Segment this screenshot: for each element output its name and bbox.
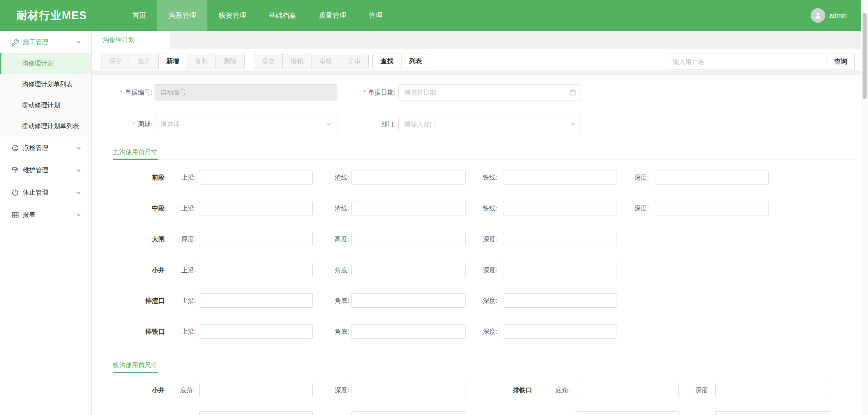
dimension-input[interactable] xyxy=(199,170,313,185)
dimension-input[interactable] xyxy=(503,232,617,246)
field-label: 深度: xyxy=(617,201,649,215)
toolbar-button[interactable]: 放弃 xyxy=(130,54,159,69)
row-name: 前段 xyxy=(119,170,165,185)
field-label: 角底: xyxy=(317,293,349,308)
tab-trench-repair-plan[interactable]: 沟修理计划 xyxy=(92,31,170,49)
nav-item[interactable]: 管理 xyxy=(357,0,394,31)
toolbar-button-group: 查找列表 xyxy=(372,54,430,69)
dimension-input[interactable] xyxy=(199,383,313,397)
dimension-input-clipped[interactable] xyxy=(351,411,466,415)
field-label: 深度: xyxy=(466,324,497,339)
chevron-down-icon[interactable] xyxy=(570,121,576,127)
sidebar-group[interactable]: 休止管理 xyxy=(0,181,91,204)
toolbar-button[interactable]: 查找 xyxy=(372,54,401,69)
scrollbar[interactable] xyxy=(861,0,868,415)
table-icon xyxy=(11,211,19,219)
dimension-input[interactable] xyxy=(351,293,466,308)
search-input[interactable] xyxy=(666,54,827,70)
field-label: 深度: xyxy=(678,383,710,397)
toolbar-button[interactable]: 弃审 xyxy=(340,54,369,69)
dimension-input[interactable] xyxy=(503,263,617,277)
field-label: 铁线: xyxy=(466,170,497,185)
row-name: 中段 xyxy=(119,201,165,215)
user-menu[interactable]: admin xyxy=(811,0,847,31)
calendar-icon[interactable] xyxy=(569,89,576,96)
dimension-input[interactable] xyxy=(199,201,313,215)
toolbar-button[interactable]: 审核 xyxy=(311,54,340,69)
sidebar-subitem[interactable]: 摆动修理计划 xyxy=(0,95,91,116)
search-group: 查询 xyxy=(666,54,855,70)
dimension-input[interactable] xyxy=(199,263,313,277)
sidebar-subitem[interactable]: 沟修理计划单列表 xyxy=(0,74,91,95)
date-input-field[interactable] xyxy=(399,85,569,100)
sidebar-group[interactable]: 施工管理 xyxy=(0,31,91,53)
nav-item[interactable]: 基础档案 xyxy=(257,0,307,31)
dimension-input[interactable] xyxy=(351,324,466,339)
select-input-field[interactable] xyxy=(399,116,570,132)
chevron-down-icon xyxy=(76,168,81,173)
section-underline xyxy=(113,372,158,373)
toolbar-button[interactable]: 新增 xyxy=(158,54,187,69)
row-name: 排渣口 xyxy=(119,293,165,308)
section-divider xyxy=(113,373,857,373)
dimension-input-clipped[interactable] xyxy=(715,411,831,415)
toolbar-button[interactable]: 保存 xyxy=(101,54,130,69)
dimension-input-clipped[interactable] xyxy=(576,411,679,415)
required-asterisk: * xyxy=(120,89,122,96)
nav-item[interactable]: 质量管理 xyxy=(307,0,357,31)
dimension-input[interactable] xyxy=(503,293,617,308)
field-label: 高度: xyxy=(317,232,349,246)
toolbar-button[interactable]: 复制 xyxy=(187,54,216,69)
toolbar-button[interactable]: 撤销 xyxy=(282,54,311,69)
dimension-input[interactable] xyxy=(503,324,617,339)
sidebar-group-label: 点检管理 xyxy=(23,144,48,152)
dimension-input[interactable] xyxy=(199,293,313,308)
dimension-input[interactable] xyxy=(351,201,466,215)
dimension-input[interactable] xyxy=(655,201,769,215)
main-nav: 首页沟系管理物资管理基础档案质量管理管理 xyxy=(121,0,394,31)
dimension-input[interactable] xyxy=(655,170,769,185)
row-name: 大闸 xyxy=(119,232,165,246)
section-title-main-trench: 主沟使用前尺寸 xyxy=(113,148,157,156)
nav-item[interactable]: 首页 xyxy=(121,0,157,31)
sidebar: 施工管理沟修理计划沟修理计划单列表摆动修理计划摆动修理计划单列表点检管理维护管理… xyxy=(0,31,92,415)
sidebar-subitem[interactable]: 沟修理计划 xyxy=(0,53,91,74)
dimension-input[interactable] xyxy=(503,201,617,215)
sidebar-group[interactable]: 报表 xyxy=(0,204,91,226)
field-label: 底角: xyxy=(163,383,195,397)
sidebar-group-label: 报表 xyxy=(23,211,35,219)
dimension-input[interactable] xyxy=(199,324,313,339)
field-label: 深度: xyxy=(466,232,497,246)
dimension-input[interactable] xyxy=(351,263,466,277)
field-label: 上沿: xyxy=(164,170,196,185)
field-label: 铁线: xyxy=(466,201,497,215)
toolbar-button[interactable]: 提交 xyxy=(254,54,283,69)
dimension-input[interactable] xyxy=(715,383,831,397)
dimension-input[interactable] xyxy=(351,170,466,185)
scrollbar-thumb[interactable] xyxy=(863,13,867,99)
search-query-button[interactable]: 查询 xyxy=(827,54,855,70)
sidebar-group[interactable]: 点检管理 xyxy=(0,137,91,159)
chevron-down-icon xyxy=(76,212,81,218)
section-title-iron-trench: 铁沟使用前尺寸 xyxy=(113,361,157,370)
sidebar-subitem[interactable]: 摆动修理计划单列表 xyxy=(0,116,91,137)
row-name: 排铁口 xyxy=(119,324,165,339)
toolbar-button[interactable]: 删除 xyxy=(216,54,245,69)
dimension-input[interactable] xyxy=(199,232,313,246)
select-input-field[interactable] xyxy=(155,116,326,132)
field-label: 上沿: xyxy=(164,263,196,277)
dimension-input[interactable] xyxy=(351,232,466,246)
field-label: 深度: xyxy=(466,293,497,308)
dimension-input-clipped[interactable] xyxy=(199,411,313,415)
dimension-input[interactable] xyxy=(351,383,466,397)
nav-item[interactable]: 沟系管理 xyxy=(157,0,207,31)
select-input xyxy=(398,116,581,132)
toolbar-button[interactable]: 列表 xyxy=(401,54,430,69)
dimension-input[interactable] xyxy=(576,383,679,397)
nav-item[interactable]: 物资管理 xyxy=(207,0,257,31)
field-label: 厚度: xyxy=(164,232,196,246)
dimension-input[interactable] xyxy=(503,170,617,185)
field-label: 底角: xyxy=(538,383,570,397)
chevron-down-icon xyxy=(76,145,81,151)
sidebar-group[interactable]: 维护管理 xyxy=(0,159,91,181)
